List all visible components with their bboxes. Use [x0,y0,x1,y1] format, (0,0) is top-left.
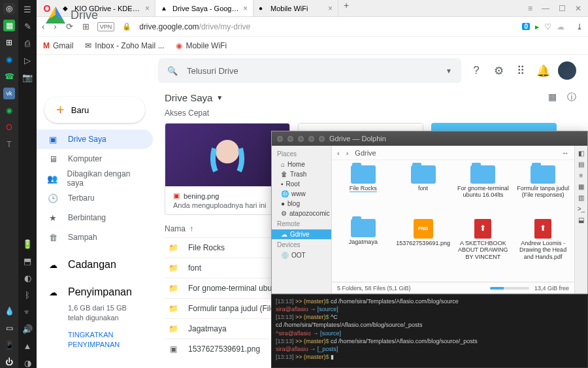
dock2-icon[interactable]: 🔊 [22,324,33,334]
file-item[interactable]: PNG1537627539691.png [395,218,452,278]
panel-icon[interactable]: ≡ [580,172,583,179]
sidebar-item[interactable]: 👥Dibagikan dengan saya [37,169,153,188]
close-icon[interactable]: ✕ [575,4,581,13]
file-item[interactable]: For gnome-terminal ubuntu 16.04lts [455,164,512,216]
dock2-icon[interactable]: ▲ [22,341,33,351]
panel-icon[interactable]: >_ [578,205,585,212]
extension-badge[interactable]: 0 [522,23,530,30]
back-icon[interactable]: ‹ [337,149,340,157]
place-item[interactable]: 🗑Trash [272,169,331,179]
extension-icon[interactable]: ▸ [535,22,539,31]
bookmark-zoho[interactable]: ✉Inbox - Zoho Mail ... [85,41,164,50]
grid-view-icon[interactable]: ▦ [548,92,557,103]
close-icon[interactable]: × [328,4,333,13]
file-item[interactable]: ⬆Andrew Loomis - Drawing the Head and Ha… [514,218,572,278]
dock2-icon[interactable]: ⬒ [22,256,33,266]
crumb-label[interactable]: Gdrive [355,149,376,157]
dock-app-icon[interactable]: vk [3,88,15,99]
sidebar-storage[interactable]: ☁Penyimpanan [37,282,153,302]
dock-app-icon[interactable]: ◎ [3,3,15,14]
bookmark-gmail[interactable]: MGmail [43,41,73,50]
dock2-icon[interactable]: ▷ [22,55,33,65]
new-button[interactable]: +Baru [44,97,145,123]
window-dot-icon[interactable] [319,136,325,142]
dock2-icon[interactable]: ⎙ [22,38,33,48]
bookmark-wifi[interactable]: ◉Mobile WiFi [176,41,227,50]
search-input[interactable]: 🔍Telusuri Drive▼ [158,58,461,83]
dock-app-icon[interactable]: O [3,122,15,133]
file-item[interactable]: Jagatmaya [335,218,392,278]
dock2-icon[interactable]: ᛒ [22,290,33,300]
dock-app-icon[interactable]: ⏻ [3,356,15,368]
dock-app-icon[interactable]: ▦ [3,20,15,31]
dolphin-titlebar[interactable]: Gdrive — Dolphin [272,131,587,146]
menu-icon[interactable]: ≡ [528,4,532,13]
help-icon[interactable]: ? [469,63,483,78]
dock2-icon[interactable]: 🔋 [22,239,33,249]
dock-app-icon[interactable]: 📱 [3,339,15,351]
dock2-icon[interactable]: 📷 [22,72,33,82]
notifications-icon[interactable]: 🔔 [536,63,550,78]
upgrade-storage-link[interactable]: TINGKATKAN PENYIMPANAN [37,329,153,352]
panel-icon[interactable]: ⬓ [578,216,584,224]
terminal-panel[interactable]: [13:13] >> (master)$ cd /home/sira/Templ… [271,294,588,368]
vpn-badge[interactable]: VPN [97,22,115,31]
dock-app-icon[interactable]: 💧 [3,305,15,317]
place-item[interactable]: ⚙atapozocomic [272,209,331,218]
sidebar-item[interactable]: ★Berbintang [37,208,153,227]
dock-app-icon[interactable]: ◉ [3,105,15,116]
window-dot-icon[interactable] [308,136,314,142]
dock-app-icon[interactable]: ◉ [3,54,15,65]
sidebar-backup[interactable]: ☁Cadangan [37,255,153,275]
panel-icon[interactable]: ◧ [578,150,584,157]
file-item[interactable]: File Rocks [335,164,392,216]
chevron-down-icon[interactable]: ▼ [446,67,452,75]
tab-drive[interactable]: ▲Drive Saya - Google Dri...× [155,0,253,16]
dock2-icon[interactable]: ☰ [22,4,33,14]
gear-icon[interactable]: ⚙ [491,63,506,78]
window-dot-icon[interactable] [298,136,304,142]
address-field[interactable]: drive.google.com/drive/my-drive [139,22,514,31]
file-item[interactable]: Formulir tanpa judul (File responses) [514,164,572,216]
dock2-icon[interactable]: ✎ [22,21,33,31]
sidebar-item[interactable]: ▣Drive Saya [37,129,153,149]
breadcrumb[interactable]: Drive Saya▼ ▦ⓘ [165,92,576,103]
dock-app-icon[interactable]: ▭ [3,322,15,334]
tab-wifi[interactable]: ●Mobile WiFi× [253,0,338,16]
close-icon[interactable]: × [243,4,248,13]
place-item[interactable]: ⌂Home [272,159,331,169]
sidebar-item[interactable]: 🖥Komputer [37,149,153,169]
close-icon[interactable]: × [145,4,150,13]
lock-icon[interactable]: 🔒 [122,22,131,31]
panel-icon[interactable]: ▤ [578,161,584,168]
place-item[interactable]: ▪Root [272,179,331,189]
forward-icon[interactable]: › [346,149,349,157]
dock-app-icon[interactable]: ⊞ [3,37,15,48]
panel-icon[interactable]: ▥ [578,194,584,201]
sidebar-item[interactable]: 🗑Sampah [37,227,153,247]
heart-icon[interactable]: ♡ [544,22,551,31]
window-dot-icon[interactable] [287,136,293,142]
dock2-icon[interactable]: ◐ [22,273,33,283]
dock2-icon[interactable]: ᯤ [22,307,33,317]
dock-app-icon[interactable]: T [3,139,15,150]
download-icon[interactable]: ⤓ [576,22,583,31]
place-item[interactable]: ●blog [272,199,331,209]
new-tab-button[interactable]: + [338,0,354,16]
info-icon[interactable]: ⓘ [567,92,576,103]
apps-grid-icon[interactable]: ⠿ [514,63,528,78]
extension-icon[interactable]: ☁ [557,22,564,31]
dock-app-icon[interactable]: ☎ [3,71,15,82]
sidebar-item[interactable]: 🕒Terbaru [37,188,153,208]
panel-icon[interactable]: ▦ [578,183,584,190]
avatar[interactable] [558,61,576,80]
file-item[interactable]: ⬆A SKETCHBOOK ABOUT DRAWING BY VINCENT [455,218,512,278]
split-icon[interactable]: ↔ [562,149,569,157]
minimize-icon[interactable]: — [542,4,549,13]
place-item[interactable]: 💿OOT [272,250,331,260]
file-item[interactable]: font [395,164,452,216]
dock2-icon[interactable]: ◑ [22,358,33,368]
window-dot-icon[interactable] [277,136,283,142]
place-item[interactable]: ☁Gdrive [272,229,331,239]
drive-logo[interactable]: Drive [37,7,98,24]
